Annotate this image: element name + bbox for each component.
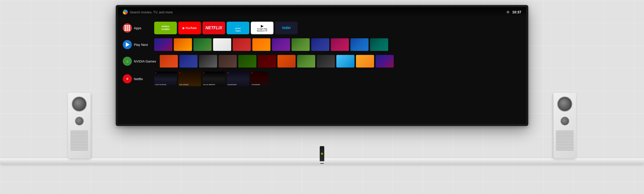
vudu-app[interactable]: VUDU [275, 22, 298, 34]
nvidia-dongle-logo [321, 152, 323, 155]
nvidia-games-icon-area: ◈ NVIDIA Games [123, 57, 156, 66]
speaker-left-tweeter [75, 117, 84, 125]
netflix-icon-area: N Netflix [123, 74, 150, 83]
netflix-thumb-lost-space[interactable]: N LOST IN SPACE [154, 72, 177, 86]
play-next-thumb-4[interactable] [213, 38, 231, 51]
tv-screen: Search movies, TV, and more ⚙ 10:37 [118, 7, 526, 124]
netflix-app[interactable]: NETFLIX [203, 22, 225, 34]
netflix-row-label: Netflix [134, 77, 143, 81]
play-next-thumb-5[interactable] [233, 38, 251, 51]
netflix-row: N Netflix N LOST IN SPACE N THE CROWN N [118, 70, 526, 88]
netflix-row-icon[interactable]: N [123, 74, 132, 83]
nvidia-game-thumb-5[interactable] [238, 55, 256, 68]
grid-dot-7 [125, 29, 126, 31]
atv-header: Search movies, TV, and more ⚙ 10:37 [118, 7, 526, 17]
nvidia-game-thumb-4[interactable] [219, 55, 237, 68]
speaker-right [553, 93, 576, 158]
vudu-label: VUDU [282, 26, 291, 30]
apps-row-icon[interactable] [123, 23, 132, 33]
nvidia-dongle [320, 146, 324, 161]
netflix-badge-5: N [252, 72, 253, 74]
play-next-icon[interactable] [123, 40, 132, 49]
speaker-right-tweeter [560, 117, 569, 125]
speaker-left-grille [70, 131, 88, 151]
netflix-thumb-black-mirror[interactable]: N BLACK MIRROR [203, 72, 225, 86]
nvidia-game-thumb-7[interactable] [277, 55, 296, 68]
play-next-thumb-12[interactable] [370, 38, 388, 51]
netflix-label: NETFLIX [206, 26, 222, 30]
speaker-right-grille [556, 131, 574, 151]
crown-title: THE CROWN [179, 84, 188, 85]
apps-row-icon-area: Apps [123, 23, 150, 33]
grid-dot-6 [129, 27, 130, 29]
netflix-thumb-stranger[interactable]: N STRANGER [251, 72, 268, 86]
nvidia-game-thumb-11[interactable] [356, 55, 374, 68]
grid-dot-1 [125, 25, 126, 27]
grid-dot-8 [127, 29, 128, 31]
apps-row-content: NVIDIAGAMES ▶ YouTube NETFLIX › prim [154, 22, 521, 34]
play-next-thumb-10[interactable] [331, 38, 349, 51]
apps-row-label: Apps [134, 26, 141, 30]
prime-label: primevideo [235, 27, 241, 32]
nvidia-game-thumb-9[interactable] [317, 55, 335, 68]
play-next-thumb-2[interactable] [174, 38, 192, 51]
youtube-app[interactable]: ▶ YouTube [178, 22, 201, 34]
netflix-thumb-guardians[interactable]: N GUARDIANS [227, 72, 249, 86]
search-bar[interactable]: Search movies, TV, and more [123, 10, 173, 15]
netflix-badge-2: N [179, 72, 180, 74]
grid-dot-3 [129, 25, 130, 27]
play-triangle-icon [126, 42, 130, 47]
time-display: 10:37 [512, 10, 521, 14]
apps-grid-icon [123, 24, 132, 32]
header-right: ⚙ 10:37 [506, 10, 521, 14]
play-next-row: Play Next [118, 36, 526, 53]
nvidia-game-thumb-12[interactable] [376, 55, 394, 68]
youtube-label: ▶ YouTube [183, 26, 197, 30]
nvidia-game-thumb-10[interactable] [336, 55, 354, 68]
tv-stand [320, 163, 324, 164]
atv-content: Apps NVIDIAGAMES ▶ YouTube NETFLIX [118, 17, 526, 124]
netflix-badge-3: N [203, 72, 205, 74]
prime-arrow-icon: › [237, 24, 238, 27]
grid-dot-9 [129, 29, 130, 31]
nvidia-game-thumb-1[interactable] [160, 55, 178, 68]
netflix-content: N LOST IN SPACE N THE CROWN N BLACK MIRR… [154, 72, 521, 86]
settings-icon[interactable]: ⚙ [506, 10, 510, 14]
nvidia-shield-logo: ◈ [126, 59, 129, 64]
guardians-title: GUARDIANS [227, 84, 236, 85]
play-next-thumb-6[interactable] [252, 38, 270, 51]
google-assistant-icon [123, 10, 128, 15]
nvidia-game-thumb-2[interactable] [179, 55, 197, 68]
gplay-label: Google PlayMovies & TV [257, 28, 267, 32]
netflix-thumb-crown[interactable]: N THE CROWN [178, 72, 201, 86]
search-placeholder: Search movies, TV, and more [130, 10, 173, 14]
nvidia-games-app[interactable]: NVIDIAGAMES [154, 22, 177, 34]
nvidia-games-row: ◈ NVIDIA Games [118, 53, 526, 70]
speaker-left-woofer [72, 96, 87, 112]
nvidia-games-row-icon[interactable]: ◈ [123, 57, 132, 66]
play-next-thumb-7[interactable] [272, 38, 290, 51]
google-play-movies-app[interactable]: ▶ Google PlayMovies & TV [251, 22, 273, 34]
prime-video-app[interactable]: › primevideo [227, 22, 249, 34]
gplay-icon: ▶ [261, 24, 264, 28]
nvidia-game-thumb-6[interactable] [258, 55, 276, 68]
play-next-thumb-8[interactable] [292, 38, 310, 51]
stranger-title: STRANGER [252, 84, 260, 85]
play-next-content [154, 38, 521, 51]
play-next-thumb-9[interactable] [311, 38, 329, 51]
black-mirror-title: BLACK MIRROR [203, 84, 215, 85]
play-next-icon-area: Play Next [123, 40, 150, 49]
lost-space-title: LOST IN SPACE [155, 84, 167, 85]
play-next-thumb-3[interactable] [193, 38, 212, 51]
nvidia-game-thumb-3[interactable] [199, 55, 217, 68]
apps-row: Apps NVIDIAGAMES ▶ YouTube NETFLIX [118, 20, 526, 36]
speaker-right-woofer [557, 96, 572, 112]
nvidia-game-thumb-8[interactable] [297, 55, 315, 68]
grid-dot-5 [127, 27, 128, 29]
play-next-thumb-1[interactable] [154, 38, 172, 51]
gplay-content: ▶ Google PlayMovies & TV [257, 24, 267, 32]
play-next-thumb-11[interactable] [350, 38, 369, 51]
grid-dot-2 [127, 25, 128, 27]
nvidia-games-row-label: NVIDIA Games [134, 59, 156, 63]
play-next-label: Play Next [134, 43, 148, 47]
